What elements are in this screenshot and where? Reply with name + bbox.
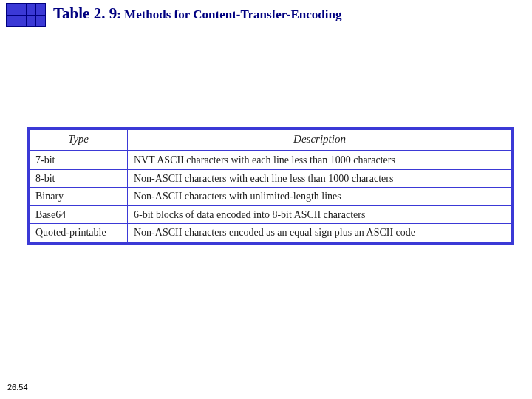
table-header-row: Type Description	[30, 130, 511, 151]
cell-description: 6-bit blocks of data encoded into 8-bit …	[128, 205, 512, 224]
cell-description: NVT ASCII characters with each line less…	[128, 151, 512, 169]
page-number: 26.54	[7, 383, 28, 392]
table-row: Base64 6-bit blocks of data encoded into…	[30, 205, 511, 224]
cell-description: Non-ASCII characters with unlimited-leng…	[128, 188, 512, 206]
table-row: 8-bit Non-ASCII characters with each lin…	[30, 169, 511, 188]
table-row: Binary Non-ASCII characters with unlimit…	[30, 188, 511, 206]
col-header-description: Description	[128, 130, 512, 151]
table-row: 7-bit NVT ASCII characters with each lin…	[30, 151, 511, 169]
cell-type: Quoted-printable	[30, 224, 128, 242]
cell-type: Binary	[30, 188, 128, 206]
table-number: Table 2. 9	[53, 4, 117, 22]
encoding-table: Type Description 7-bit NVT ASCII charact…	[30, 130, 511, 242]
slide-grid-icon	[6, 3, 46, 27]
cell-type: 8-bit	[30, 169, 128, 188]
cell-type: 7-bit	[30, 151, 128, 169]
cell-description: Non-ASCII characters with each line less…	[128, 169, 512, 188]
page-title: Table 2. 9: Methods for Content-Transfer…	[53, 4, 341, 23]
encoding-table-frame: Type Description 7-bit NVT ASCII charact…	[27, 127, 514, 245]
cell-type: Base64	[30, 205, 128, 224]
table-caption: : Methods for Content-Transfer-Encoding	[117, 7, 341, 21]
cell-description: Non-ASCII characters encoded as an equal…	[128, 224, 512, 242]
col-header-type: Type	[30, 130, 128, 151]
table-row: Quoted-printable Non-ASCII characters en…	[30, 224, 511, 242]
